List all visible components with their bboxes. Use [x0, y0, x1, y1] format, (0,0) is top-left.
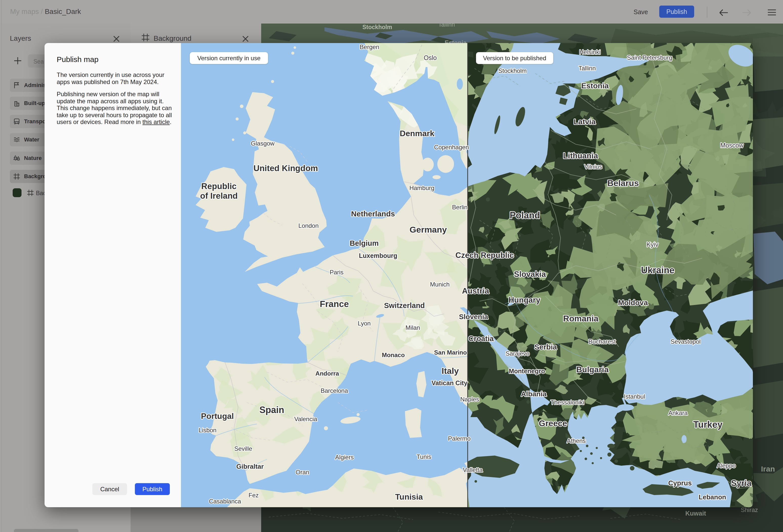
svg-text:of Ireland: of Ireland: [200, 191, 238, 200]
svg-text:Ukraine: Ukraine: [641, 265, 675, 275]
svg-text:Shiraz: Shiraz: [741, 506, 758, 513]
svg-text:Casablanca: Casablanca: [209, 498, 241, 505]
svg-text:Denmark: Denmark: [400, 129, 435, 138]
svg-text:Milan: Milan: [405, 324, 420, 331]
svg-text:Tallinn: Tallinn: [578, 65, 596, 72]
svg-text:Moldova: Moldova: [618, 299, 648, 307]
svg-text:Ankara: Ankara: [668, 409, 688, 416]
svg-text:Czech Republic: Czech Republic: [456, 251, 514, 260]
svg-text:Andorra: Andorra: [315, 370, 339, 377]
svg-text:Helsinki: Helsinki: [579, 49, 600, 56]
svg-text:Republic: Republic: [201, 182, 237, 191]
svg-text:Bulgaria: Bulgaria: [576, 365, 608, 374]
svg-text:Fez: Fez: [249, 492, 259, 499]
svg-text:France: France: [320, 299, 349, 309]
svg-text:Slovakia: Slovakia: [514, 270, 546, 279]
svg-text:Switzerland: Switzerland: [384, 302, 425, 310]
svg-text:Moscow: Moscow: [720, 142, 744, 149]
svg-text:Stockholm: Stockholm: [498, 67, 527, 74]
svg-text:Monaco: Monaco: [382, 351, 405, 358]
svg-text:Germany: Germany: [409, 225, 447, 234]
svg-text:Glasgow: Glasgow: [251, 140, 275, 147]
svg-text:Luxembourg: Luxembourg: [359, 252, 397, 259]
svg-text:Austria: Austria: [462, 286, 490, 295]
svg-text:Bucharest: Bucharest: [588, 338, 616, 345]
svg-text:Albania: Albania: [521, 390, 546, 398]
svg-text:Tallinn: Tallinn: [438, 24, 455, 28]
svg-text:Greece: Greece: [539, 418, 567, 428]
svg-text:Kyiv: Kyiv: [646, 241, 658, 248]
svg-text:London: London: [299, 222, 319, 229]
svg-text:Paris: Paris: [330, 269, 344, 276]
svg-text:United Kingdom: United Kingdom: [254, 163, 318, 173]
svg-text:San Marino: San Marino: [434, 349, 467, 356]
svg-text:Oslo: Oslo: [424, 54, 437, 61]
svg-text:Syria: Syria: [731, 478, 752, 488]
svg-text:Seville: Seville: [234, 445, 252, 452]
svg-text:Latvia: Latvia: [574, 118, 596, 126]
svg-text:Poland: Poland: [510, 210, 540, 220]
svg-text:Kuwait: Kuwait: [685, 510, 706, 517]
svg-text:Spain: Spain: [259, 405, 284, 415]
svg-text:Cyprus: Cyprus: [668, 479, 692, 487]
svg-text:Romania: Romania: [563, 314, 598, 323]
svg-text:Barcelona: Barcelona: [321, 387, 348, 394]
svg-text:Slovenia: Slovenia: [459, 313, 488, 321]
svg-text:Lebanon: Lebanon: [699, 493, 726, 501]
svg-text:Bergen: Bergen: [359, 43, 379, 50]
svg-text:Berlin: Berlin: [452, 204, 467, 211]
svg-text:Vatican City: Vatican City: [432, 379, 467, 386]
svg-text:Lyon: Lyon: [357, 320, 371, 327]
svg-text:Istanbul: Istanbul: [624, 393, 645, 400]
svg-text:Oran: Oran: [295, 469, 309, 475]
svg-text:Copenhagen: Copenhagen: [434, 144, 469, 151]
svg-text:Belgium: Belgium: [350, 239, 379, 247]
svg-text:Estonia: Estonia: [581, 82, 609, 90]
svg-text:Thessaloniki: Thessaloniki: [551, 399, 584, 406]
svg-text:Aleppo: Aleppo: [717, 462, 736, 469]
svg-text:Portugal: Portugal: [201, 411, 234, 420]
svg-text:Stockholm: Stockholm: [363, 24, 392, 30]
svg-text:Munich: Munich: [430, 281, 449, 288]
svg-text:Montenegro: Montenegro: [509, 368, 545, 375]
svg-text:Naples: Naples: [460, 396, 479, 403]
svg-text:Lithuania: Lithuania: [563, 151, 598, 160]
svg-text:Tunisia: Tunisia: [395, 492, 423, 501]
svg-text:Sevastopol: Sevastopol: [670, 338, 701, 345]
svg-text:Hungary: Hungary: [508, 295, 540, 305]
svg-text:Italy: Italy: [442, 366, 459, 376]
svg-text:Saint Petersburg: Saint Petersburg: [627, 54, 672, 61]
svg-text:Gibraltar: Gibraltar: [237, 463, 264, 470]
svg-text:Croatia: Croatia: [468, 335, 494, 343]
svg-text:Netherlands: Netherlands: [351, 210, 395, 218]
svg-text:Belarus: Belarus: [607, 178, 639, 188]
svg-text:Palermo: Palermo: [448, 435, 470, 442]
svg-text:Sarajevo: Sarajevo: [506, 350, 530, 357]
svg-text:Serbia: Serbia: [534, 343, 557, 351]
svg-text:Valletta: Valletta: [463, 466, 483, 473]
svg-text:Athens: Athens: [567, 437, 586, 444]
svg-text:Hamburg: Hamburg: [409, 185, 435, 191]
svg-text:Algiers: Algiers: [335, 454, 353, 461]
svg-text:Turkey: Turkey: [693, 419, 722, 430]
svg-text:Vilnius: Vilnius: [584, 163, 602, 170]
svg-text:Lisbon: Lisbon: [199, 427, 217, 434]
svg-text:Tunis: Tunis: [416, 453, 431, 460]
svg-text:Iran: Iran: [761, 465, 775, 473]
svg-text:Valencia: Valencia: [294, 415, 317, 423]
